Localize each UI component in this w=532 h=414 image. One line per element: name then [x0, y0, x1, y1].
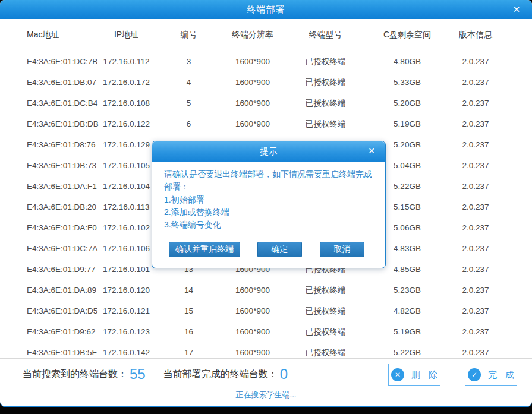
table-cell: E4:3A:6E:01:DB:5E — [0, 348, 98, 357]
table-cell: 5.33GB — [369, 78, 446, 87]
table-cell: 172.16.0.129 — [98, 140, 155, 149]
table-cell: 6 — [155, 119, 223, 128]
table-cell: 2.0.237 — [446, 99, 532, 108]
table-cell: E4:3A:6E:01:DB:73 — [0, 161, 98, 170]
table-cell: 1600*900 — [223, 286, 282, 295]
dialog-list-item: 1.初始部署 — [164, 194, 373, 206]
ok-button[interactable]: 确定 — [257, 242, 302, 257]
footer-stats: 当前搜索到的终端台数： 55 当前部署完成的终端台数： 0 — [23, 366, 288, 383]
column-header: 终端型号 — [282, 30, 369, 40]
window-close-icon[interactable]: ✕ — [511, 4, 522, 15]
dialog-close-icon[interactable]: ✕ — [366, 146, 377, 156]
table-cell: 1600*900 — [223, 306, 282, 315]
table-row[interactable]: E4:3A:6E:01:DC:B4172.16.0.10851600*900已授… — [0, 93, 532, 113]
deployed-count-value: 0 — [280, 366, 288, 383]
table-row[interactable]: E4:3A:6E:01:DA:D5172.16.0.121151600*900已… — [0, 301, 532, 321]
cancel-button[interactable]: 取消 — [320, 242, 364, 257]
column-header: Mac地址 — [0, 30, 98, 40]
table-cell: 5.20GB — [369, 99, 446, 108]
table-cell: 已授权终端 — [282, 77, 369, 88]
terminal-deploy-window: 终端部署 ✕ Mac地址IP地址编号终端分辨率终端型号C盘剩余空间版本信息 E4… — [0, 0, 532, 407]
table-cell: 172.16.0.101 — [98, 265, 155, 274]
table-cell: 2.0.237 — [446, 140, 532, 149]
table-cell: E4:3A:6E:01:DC:B4 — [0, 99, 98, 108]
table-cell: 17 — [155, 348, 223, 357]
table-cell: E4:3A:6E:01:D8:76 — [0, 140, 98, 149]
dialog-title: 提示 — [260, 146, 278, 157]
table-cell: 172.16.0.113 — [98, 203, 155, 211]
table-row[interactable]: E4:3A:6E:01:DA:89172.16.0.120141600*900已… — [0, 280, 532, 301]
table-cell: 172.16.0.123 — [98, 327, 155, 336]
table-cell: 4 — [155, 78, 223, 87]
delete-button-label: 删 除 — [411, 369, 440, 381]
table-cell: 2.0.237 — [446, 327, 532, 336]
table-cell: 2.0.237 — [446, 203, 532, 211]
table-cell: E4:3A:6E:01:DB:07 — [0, 78, 98, 87]
table-cell: 14 — [155, 286, 223, 295]
table-cell: 已授权终端 — [282, 56, 369, 67]
dialog-body: 请确认是否要退出终端部署，如下情况需要重启终端完成部署： 1.初始部署 2.添加… — [152, 162, 385, 231]
column-header: C盘剩余空间 — [369, 30, 446, 40]
table-cell: 2.0.237 — [446, 78, 532, 87]
table-cell: 已授权终端 — [282, 347, 369, 358]
table-cell: 2.0.237 — [446, 161, 532, 170]
footer-bar: 当前搜索到的终端台数： 55 当前部署完成的终端台数： 0 正在搜索学生端...… — [0, 358, 532, 407]
found-count-label: 当前搜索到的终端台数： — [23, 368, 127, 381]
table-cell: 15 — [155, 306, 223, 315]
table-cell: 1600*900 — [223, 78, 282, 87]
table-cell: 172.16.0.172 — [98, 78, 155, 87]
table-row[interactable]: E4:3A:6E:01:DB:5E172.16.0.142171600*900已… — [0, 342, 532, 358]
table-row[interactable]: E4:3A:6E:01:DC:7B172.16.0.11231600*900已授… — [0, 51, 532, 72]
table-header: Mac地址IP地址编号终端分辨率终端型号C盘剩余空间版本信息 — [0, 19, 532, 51]
status-text: 正在搜索学生端... — [0, 390, 532, 400]
title-bar: 终端部署 ✕ — [0, 0, 532, 19]
column-header: IP地址 — [98, 30, 155, 40]
table-cell: 172.16.0.106 — [98, 244, 155, 253]
complete-button[interactable]: ✓ 完 成 — [465, 364, 517, 386]
found-count-value: 55 — [130, 366, 146, 383]
table-row[interactable]: E4:3A:6E:01:DB:07172.16.0.17241600*900已授… — [0, 72, 532, 93]
table-cell: 已授权终端 — [282, 119, 369, 129]
table-cell: 4.80GB — [369, 57, 446, 66]
table-cell: 5 — [155, 99, 223, 108]
dialog-title-bar: 提示 ✕ — [152, 141, 385, 162]
table-cell: 3 — [155, 57, 223, 66]
table-cell: 已授权终端 — [282, 327, 369, 337]
table-cell: E4:3A:6E:01:D9:62 — [0, 327, 98, 336]
table-cell: 2.0.237 — [446, 57, 532, 66]
table-cell: 16 — [155, 327, 223, 336]
table-cell: 172.16.0.105 — [98, 161, 155, 170]
table-cell: E4:3A:6E:01:DC:7B — [0, 57, 98, 66]
table-cell: 2.0.237 — [446, 119, 532, 128]
table-cell: 已授权终端 — [282, 285, 369, 296]
table-row[interactable]: E4:3A:6E:01:DB:DB172.16.0.12261600*900已授… — [0, 113, 532, 134]
dialog-list: 1.初始部署 2.添加或替换终端 3.终端编号变化 — [164, 194, 373, 231]
table-cell: 172.16.0.121 — [98, 306, 155, 315]
dialog-buttons: 确认并重启终端 确定 取消 — [152, 242, 385, 257]
table-cell: 1600*900 — [223, 99, 282, 108]
table-cell: 已授权终端 — [282, 306, 369, 317]
column-header: 编号 — [155, 30, 223, 40]
table-cell: 5.19GB — [369, 327, 446, 336]
confirm-dialog: 提示 ✕ 请确认是否要退出终端部署，如下情况需要重启终端完成部署： 1.初始部署… — [152, 141, 386, 268]
deployed-count-label: 当前部署完成的终端台数： — [163, 368, 278, 381]
table-cell: 1600*900 — [223, 327, 282, 336]
delete-button[interactable]: ✕ 删 除 — [388, 364, 440, 386]
table-cell: E4:3A:6E:01:DA:D5 — [0, 306, 98, 315]
table-cell: 2.0.237 — [446, 265, 532, 274]
table-cell: 5.19GB — [369, 119, 446, 128]
confirm-restart-button[interactable]: 确认并重启终端 — [169, 242, 240, 257]
table-cell: 5.22GB — [369, 348, 446, 357]
table-cell: 2.0.237 — [446, 348, 532, 357]
check-circle-icon: ✓ — [468, 368, 481, 381]
column-header: 终端分辨率 — [223, 30, 282, 40]
window-title: 终端部署 — [247, 4, 285, 15]
table-cell: 1600*900 — [223, 57, 282, 66]
table-cell: 172.16.0.104 — [98, 182, 155, 191]
table-cell: 2.0.237 — [446, 182, 532, 191]
table-row[interactable]: E4:3A:6E:01:D9:62172.16.0.123161600*900已… — [0, 321, 532, 342]
table-cell: 172.16.0.142 — [98, 348, 155, 357]
table-cell: 172.16.0.102 — [98, 223, 155, 232]
dialog-list-item: 2.添加或替换终端 — [164, 206, 373, 219]
x-circle-icon: ✕ — [391, 368, 404, 381]
